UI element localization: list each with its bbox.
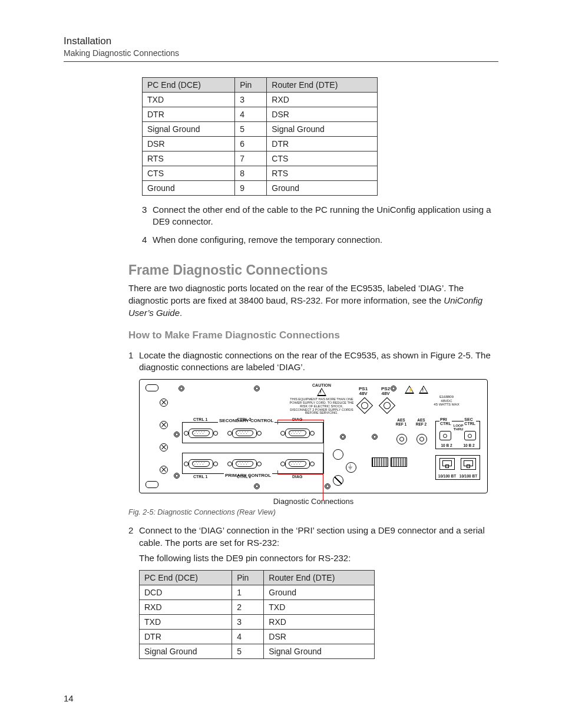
power-connector-icon (356, 397, 373, 414)
table-head-row: PC End (DCE) Pin Router End (DTE) (143, 78, 378, 93)
ethernet-box: 10/100 BT 10/100 BT (435, 455, 480, 480)
screw-icon (174, 431, 180, 437)
callout-leader (323, 473, 323, 500)
step-2: 2 Connect to the ‘DIAG’ connection in th… (128, 525, 498, 564)
rj45-port-icon (461, 458, 476, 470)
page-number: 14 (64, 693, 74, 703)
de9-port-icon: • • • • • • • • • (229, 458, 260, 470)
step-3: 3Connect the other end of the cable to t… (142, 204, 498, 228)
ctrl-port-icon (439, 431, 451, 440)
de9-port-icon: • • • • • • • • • (282, 427, 313, 439)
table-row: DTR4DSR (140, 630, 375, 644)
th: Router End (DTE) (267, 78, 378, 93)
table-row: RXD2TXD (140, 600, 375, 615)
aes-ref1-label: AESREF 1 (393, 419, 409, 426)
content: PC End (DCE) Pin Router End (DTE) TXD3RX… (142, 77, 498, 246)
screw-icon (391, 386, 396, 391)
slot-icon (146, 481, 158, 488)
ctrl2-label: CTRL 2 (237, 417, 251, 421)
diagram-caption: Diagnostic Connections (139, 497, 488, 506)
subsection-steps: 1Locate the diagnostic connections on th… (128, 350, 498, 374)
rear-panel-diagram: CAUTION ! THIS EQUIPMENT HAS MORE THAN O… (139, 379, 498, 506)
screw-icon (254, 386, 260, 391)
warning-icons: ⚡ ! (404, 386, 429, 396)
header-title: Installation (64, 35, 498, 47)
subsection-steps-2: 2 Connect to the ‘DIAG’ connection in th… (128, 525, 498, 564)
pinout-table-upper: PC End (DCE) Pin Router End (DTE) TXD3RX… (142, 77, 378, 196)
section-heading: Frame Diagnostic Connections (128, 262, 498, 278)
screw-icon (372, 434, 378, 440)
table-row: RTS7CTS (143, 151, 378, 166)
pinout-table-lower: PC End (DCE) Pin Router End (DTE) DCD1Gr… (139, 570, 375, 659)
bnc-connector-icon (416, 434, 427, 444)
primary-control-box: PRIMARY CONTROL • • • • • • • • • • • • … (182, 453, 323, 474)
callout-line (277, 420, 323, 420)
earth-ground-icon (346, 462, 356, 473)
rj45-port-icon (439, 458, 455, 470)
fastener-icon (160, 398, 168, 407)
th: Pin (235, 78, 267, 93)
de9-port-icon: • • • • • • • • • (229, 427, 260, 439)
table-row: CTS8RTS (143, 166, 378, 181)
shock-triangle-icon: ⚡ (405, 386, 414, 394)
th: Pin (232, 571, 264, 585)
section-block: Frame Diagnostic Connections There are t… (128, 262, 498, 659)
ps1-label: PS148V (359, 387, 368, 396)
figure-caption: Fig. 2-5: Diagnostic Connections (Rear V… (128, 508, 498, 516)
eth-label: 10/100 BT (436, 475, 458, 479)
table-head-row: PC End (DCE) Pin Router End (DTE) (140, 571, 375, 585)
fastener-icon (160, 466, 168, 474)
page: Installation Making Diagnostic Connectio… (0, 0, 562, 728)
step-4: 4When done configuring, remove the tempo… (142, 234, 498, 246)
slot-icon (146, 384, 158, 391)
barcode-icon (372, 457, 388, 467)
callout-line (277, 474, 323, 475)
warning-triangle-icon: ! (317, 388, 326, 396)
ground-icon (333, 449, 343, 460)
power-connector-icon (379, 397, 395, 414)
pri-sec-ctrl-box: PRICTRL SECCTRL LOOPTHRU 10 B 2 10 B 2 (435, 421, 480, 449)
loop-thru-label: LOOPTHRU (450, 424, 467, 431)
callout-line (277, 470, 278, 474)
steps-continued: 3Connect the other end of the cable to t… (142, 204, 498, 246)
screw-icon (325, 483, 330, 489)
de9-port-icon: • • • • • • • • • (282, 458, 313, 470)
callout-line (277, 420, 278, 424)
10b2-label: 10 B 2 (438, 444, 455, 448)
th: Router End (DTE) (264, 571, 375, 585)
table-row: Ground9Ground (143, 181, 378, 196)
fastener-icon (160, 421, 168, 429)
10b2-label: 10 B 2 (461, 444, 477, 448)
ctrl2-label: CTRL 2 (237, 475, 251, 479)
header-rule (64, 61, 498, 62)
th: PC End (DCE) (140, 571, 232, 585)
screw-icon (254, 483, 260, 489)
callout-line (323, 420, 324, 474)
table-row: DTR4DSR (143, 107, 378, 122)
step-1: 1Locate the diagnostic connections on th… (128, 350, 498, 374)
table-row: Signal Ground5Signal Ground (140, 644, 375, 659)
fastener-icon (160, 443, 168, 452)
screw-icon (178, 386, 184, 391)
secondary-control-box: SECONDARY CONTROL • • • • • • • • • • • … (182, 422, 323, 443)
ctrl1-label: CTRL 1 (193, 475, 207, 479)
rear-panel: CAUTION ! THIS EQUIPMENT HAS MORE THAN O… (139, 379, 488, 493)
table-row: Signal Ground5Signal Ground (143, 122, 378, 137)
eth-label: 10/100 BT (457, 475, 480, 479)
table-row: TXD3RXD (140, 615, 375, 630)
de9-port-icon: • • • • • • • • • (185, 427, 217, 439)
subsection-heading: How to Make Frame Diagnostic Connections (128, 330, 498, 341)
aes-ref2-label: AESREF 2 (413, 419, 429, 426)
th: PC End (DCE) (143, 78, 235, 93)
de9-port-icon: • • • • • • • • • (185, 458, 217, 470)
rating-label: E16880948VDC45 WATTS MAX (431, 395, 462, 407)
bnc-connector-icon (396, 434, 407, 444)
ps2-label: PS248V (381, 387, 390, 396)
no-icon (333, 475, 343, 486)
ctrl1-label: CTRL 1 (193, 417, 207, 421)
screw-icon (340, 434, 346, 440)
barcode-icon (391, 457, 407, 467)
diag-label: DIAG (292, 475, 303, 479)
table-row: TXD3RXD (143, 93, 378, 107)
screw-icon (174, 473, 180, 479)
